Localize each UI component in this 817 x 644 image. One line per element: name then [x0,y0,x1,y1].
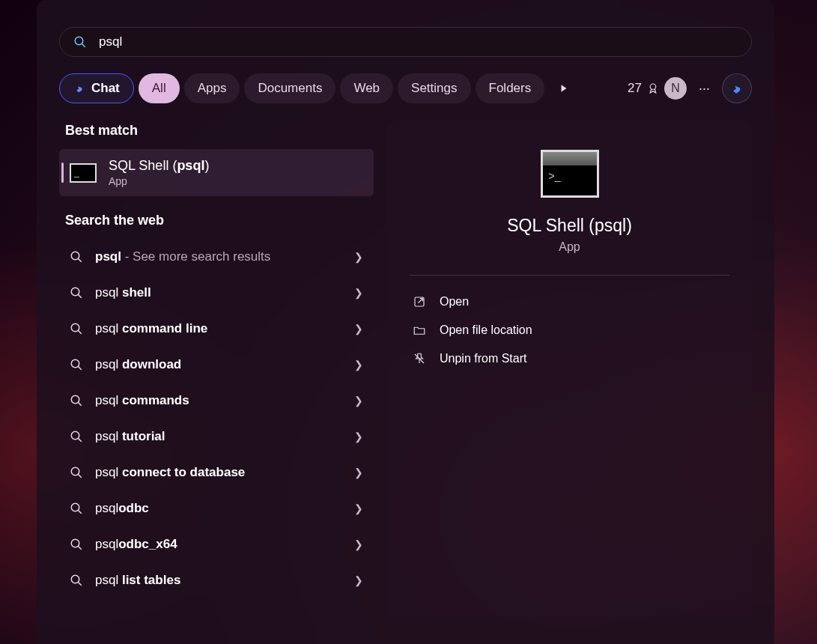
search-icon [73,35,87,49]
svg-line-20 [78,546,82,550]
filter-apps[interactable]: Apps [184,73,240,103]
svg-line-8 [78,330,82,334]
web-result-item[interactable]: psql command line❯ [59,311,374,347]
search-icon [70,358,83,371]
filter-chat-label: Chat [91,81,120,96]
svg-point-17 [71,503,79,511]
svg-point-11 [71,395,79,404]
web-results-list: psql - See more search results❯psql shel… [59,239,374,598]
search-icon [70,286,83,300]
chevron-right-icon: ❯ [354,538,363,550]
bing-icon [73,82,85,94]
best-match-result[interactable]: SQL Shell (psql) App [59,149,374,196]
svg-point-7 [71,323,79,332]
search-icon [70,394,83,407]
web-result-item[interactable]: psql commands❯ [59,383,374,419]
svg-point-13 [71,431,79,440]
action-unpin[interactable]: Unpin from Start [410,344,729,373]
search-icon [70,322,83,335]
filter-chat[interactable]: Chat [59,73,134,103]
svg-line-4 [78,258,82,262]
web-result-label: psql shell [95,285,342,300]
search-icon [70,430,83,443]
action-open-location[interactable]: Open file location [410,316,729,344]
web-result-item[interactable]: psql tutorial❯ [59,419,374,455]
web-result-item[interactable]: psqlodbc❯ [59,490,374,526]
web-result-label: psql connect to database [95,465,342,480]
svg-line-16 [78,474,82,478]
web-result-item[interactable]: psql - See more search results❯ [59,239,374,275]
folder-icon [413,323,426,337]
web-result-label: psql commands [95,393,342,408]
web-result-label: psql list tables [95,573,342,588]
filter-web[interactable]: Web [340,73,393,103]
divider [410,275,729,276]
medal-icon [646,82,660,95]
best-match-subtitle: App [109,175,209,187]
svg-line-18 [78,510,82,514]
web-result-item[interactable]: psqlodbc_x64❯ [59,526,374,562]
search-web-heading: Search the web [65,213,368,228]
svg-line-1 [82,43,85,47]
filter-row: Chat All Apps Documents Web Settings Fol… [59,73,752,103]
svg-point-0 [75,37,83,45]
search-panel: Chat All Apps Documents Web Settings Fol… [37,0,774,644]
chevron-right-icon: ❯ [354,502,363,514]
web-result-item[interactable]: psql list tables❯ [59,562,374,598]
svg-point-9 [71,359,79,368]
filter-all[interactable]: All [139,73,180,103]
svg-point-2 [650,84,656,90]
web-result-label: psqlodbc [95,501,342,516]
search-icon [70,574,83,587]
filter-documents[interactable]: Documents [244,73,335,103]
chevron-right-icon: ❯ [354,323,363,335]
search-icon [70,502,83,515]
web-result-label: psqlodbc_x64 [95,537,342,552]
search-icon [70,466,83,479]
preview-title: SQL Shell (psql) [410,216,729,236]
svg-line-6 [78,294,82,298]
web-result-label: psql tutorial [95,429,342,444]
preview-pane: SQL Shell (psql) App Open Open file loca… [387,120,752,617]
search-input[interactable] [99,34,738,49]
svg-line-12 [78,402,82,406]
svg-point-19 [71,539,79,547]
open-icon [413,295,426,309]
svg-point-3 [71,252,79,260]
web-result-label: psql download [95,357,342,372]
filter-settings[interactable]: Settings [398,73,470,103]
results-column: Best match SQL Shell (psql) App Search t… [59,120,374,617]
svg-line-22 [78,582,82,586]
app-icon [70,163,97,183]
chevron-right-icon: ❯ [354,359,363,371]
chevron-right-icon: ❯ [354,395,363,407]
best-match-title: SQL Shell (psql) [109,158,209,174]
unpin-icon [413,352,426,365]
rewards-score[interactable]: 27 [628,81,660,96]
search-box[interactable] [59,27,752,57]
web-result-item[interactable]: psql shell❯ [59,275,374,311]
chevron-right-icon: ❯ [354,287,363,299]
svg-line-14 [78,438,82,442]
preview-subtitle: App [410,240,729,254]
search-icon [70,538,83,551]
chevron-right-icon: ❯ [354,467,363,479]
search-icon [70,250,83,264]
svg-point-15 [71,467,79,476]
web-result-label: psql command line [95,321,342,336]
svg-line-10 [78,366,82,370]
web-result-item[interactable]: psql download❯ [59,347,374,383]
svg-point-5 [71,288,79,296]
bing-chat-button[interactable] [722,73,752,103]
filter-folders[interactable]: Folders [476,73,545,103]
preview-app-icon [541,150,599,198]
user-avatar[interactable]: N [664,77,687,100]
action-open[interactable]: Open [410,288,729,316]
filter-more-icon[interactable] [549,73,579,103]
chevron-right-icon: ❯ [354,251,363,263]
chevron-right-icon: ❯ [354,431,363,443]
web-result-label: psql - See more search results [95,249,342,264]
more-options[interactable]: ··· [691,81,717,97]
svg-point-21 [71,575,79,583]
web-result-item[interactable]: psql connect to database❯ [59,455,374,490]
